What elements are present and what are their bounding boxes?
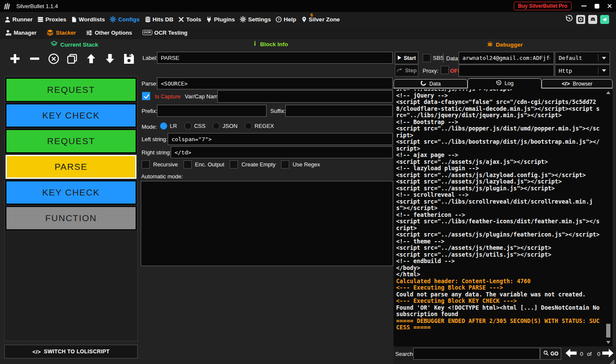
save-stack-button[interactable] xyxy=(123,53,135,65)
add-block-button[interactable] xyxy=(9,52,21,65)
sbs-checkbox[interactable] xyxy=(423,54,431,62)
stack-block[interactable]: KEY CHECK xyxy=(6,104,136,127)
camera-icon[interactable] xyxy=(576,15,585,24)
menu-item-help[interactable]: ? Help xyxy=(275,16,296,23)
left-string-input[interactable] xyxy=(168,133,393,145)
buy-pro-button[interactable]: Buy SilverBullet Pro xyxy=(514,2,572,10)
wordlist-type-dropdown[interactable]: Default xyxy=(555,52,610,64)
menu-item-label: Plugins xyxy=(214,16,235,23)
json-radio[interactable] xyxy=(213,122,220,130)
log-line: Found 'OR' Key <!DOCTYPE html><html [...… xyxy=(396,305,602,318)
stack-block[interactable]: FUNCTION xyxy=(6,206,136,230)
menu-item-runner[interactable]: Runner xyxy=(4,16,33,23)
menu-item-proxies[interactable]: Proxies xyxy=(37,16,66,23)
proxy-type-dropdown[interactable]: Http xyxy=(555,65,610,77)
lr-radio[interactable] xyxy=(160,122,167,130)
telegram-icon[interactable] xyxy=(600,15,609,24)
match-of-label: of xyxy=(587,351,592,357)
server-icon xyxy=(37,16,44,23)
next-match-button[interactable] xyxy=(602,349,613,359)
maximize-button[interactable] xyxy=(590,0,603,12)
log-line: <script src="../libs/feather-icons/dist/… xyxy=(396,218,602,231)
clear-blocks-button[interactable] xyxy=(48,53,59,65)
right-string-input[interactable] xyxy=(171,146,393,158)
info-icon xyxy=(252,41,258,47)
history-icon[interactable] xyxy=(565,15,573,24)
log-output: src="../assets/js/...js"></script><!-- j… xyxy=(396,89,602,346)
block-label-input[interactable] xyxy=(157,52,393,64)
ocr-icon: OCR xyxy=(142,30,152,35)
search-go-button[interactable]: GO xyxy=(540,348,561,360)
proxy-input[interactable] xyxy=(459,65,554,77)
move-up-button[interactable] xyxy=(85,53,97,65)
mode-option-lr[interactable]: LR xyxy=(160,122,177,130)
close-button[interactable]: ✕ xyxy=(603,0,616,12)
menu-item-settings[interactable]: Settings xyxy=(240,16,271,23)
move-down-button[interactable] xyxy=(104,53,116,65)
search-input[interactable] xyxy=(413,348,540,360)
minimize-button[interactable] xyxy=(578,0,590,12)
create-empty-option[interactable]: Create Empty xyxy=(230,160,275,169)
mode-option-label: CSS xyxy=(194,123,206,129)
switch-to-loliscript-button[interactable]: </> SWITCH TO LOLISCRIPT xyxy=(4,345,138,358)
is-capture-checkbox[interactable] xyxy=(142,92,150,100)
enc-output-option[interactable]: Enc. Output xyxy=(184,160,225,169)
stack-block[interactable]: PARSE xyxy=(6,155,136,179)
parse-options-row: Recursive Enc. Output Create Empty Use R… xyxy=(142,160,320,169)
use-regex-option[interactable]: Use Regex xyxy=(281,160,320,169)
mode-option-json[interactable]: JSON xyxy=(213,122,237,130)
step-button[interactable]: Step xyxy=(395,65,418,77)
current-stack-header: Current Stack xyxy=(50,41,98,48)
create-empty-checkbox[interactable] xyxy=(230,160,238,169)
subnav-item-ocr-testing[interactable]: OCR OCR Testing xyxy=(142,30,187,36)
enc-output-checkbox[interactable] xyxy=(184,160,192,169)
subnav-item-manager[interactable]: Manager xyxy=(5,30,36,36)
log-line: <script src="../assets/js/plugins/feathe… xyxy=(396,231,602,238)
menu-item-plugins[interactable]: Plugins xyxy=(206,16,235,23)
menu-item-configs[interactable]: Configs xyxy=(110,16,139,23)
wordlist-type-value: Default xyxy=(555,55,582,61)
log-line: <script src="../assets/js/utils.js"></sc… xyxy=(396,252,602,258)
regex-radio[interactable] xyxy=(245,122,252,130)
recursive-option[interactable]: Recursive xyxy=(142,160,178,169)
proxy-checkbox[interactable] xyxy=(441,66,449,74)
prefix-input[interactable] xyxy=(157,105,267,117)
tab-browser[interactable]: </> Browser xyxy=(542,79,613,88)
recursive-checkbox[interactable] xyxy=(142,160,150,169)
scrollbar-thumb[interactable] xyxy=(606,324,610,337)
stack-block[interactable]: REQUEST xyxy=(6,129,136,153)
mode-option-regex[interactable]: REGEX xyxy=(245,122,274,130)
menu-item-silver-zone[interactable]: 6 Silver Zone xyxy=(301,16,340,23)
use-regex-checkbox[interactable] xyxy=(281,160,289,169)
log-line: <!-- theme --> xyxy=(396,238,602,245)
menu-item-hits-db[interactable]: Hits DB xyxy=(145,16,174,23)
duplicate-block-button[interactable] xyxy=(66,53,78,65)
suffix-input[interactable] xyxy=(285,105,393,117)
resize-grip[interactable] xyxy=(610,358,615,364)
varcap-name-input[interactable] xyxy=(217,90,393,103)
discord-icon[interactable] xyxy=(588,15,597,24)
mode-option-css[interactable]: CSS xyxy=(184,122,206,130)
log-line: <script src="../assets/js/plugin.js"></s… xyxy=(396,185,602,192)
subnav-item-stacker[interactable]: Stacker xyxy=(47,29,76,36)
css-radio[interactable] xyxy=(184,122,192,130)
runner-person-icon xyxy=(4,16,11,23)
log-scrollbar[interactable] xyxy=(605,90,612,345)
current-stack-title: Current Stack xyxy=(60,41,98,48)
tab-data[interactable]: Data xyxy=(394,79,468,88)
scroll-down-icon[interactable] xyxy=(606,341,610,344)
stack-block[interactable]: KEY CHECK xyxy=(6,181,136,204)
parse-source-input[interactable] xyxy=(157,77,393,89)
previous-match-button[interactable] xyxy=(566,349,577,359)
menu-item-tools[interactable]: Tools xyxy=(178,16,201,23)
menu-item-wordlists[interactable]: Wordlists xyxy=(71,16,105,23)
start-button[interactable]: Start xyxy=(395,52,418,64)
scroll-up-icon[interactable] xyxy=(606,91,610,94)
debug-data-input[interactable] xyxy=(459,52,554,64)
tab-log[interactable]: Log xyxy=(468,78,542,89)
remove-block-button[interactable] xyxy=(28,52,41,65)
automatic-mode-textarea[interactable] xyxy=(141,181,393,266)
start-button-label: Start xyxy=(404,55,416,61)
subnav-item-other-options[interactable]: Other Options xyxy=(86,30,132,36)
stack-block[interactable]: REQUEST xyxy=(6,78,136,102)
